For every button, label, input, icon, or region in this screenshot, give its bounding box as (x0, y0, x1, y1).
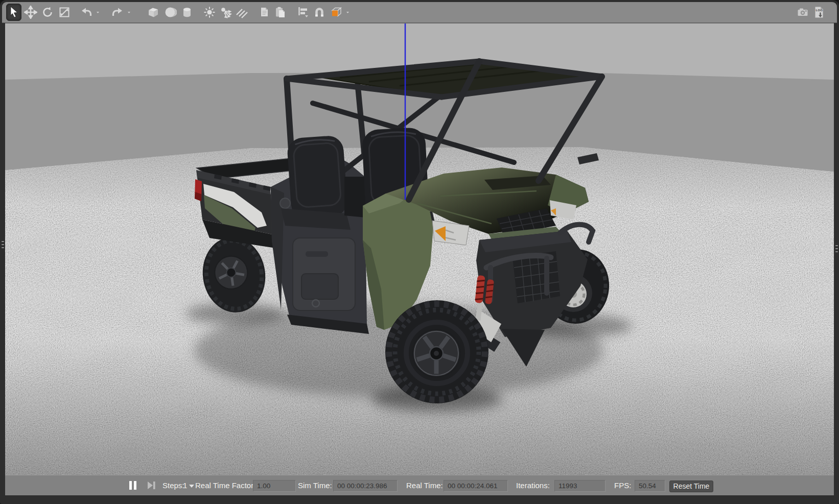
copy-button[interactable] (257, 4, 272, 21)
view-angle-dropdown[interactable] (344, 4, 352, 21)
left-splitter-handle[interactable] (1, 236, 5, 253)
translate-arrows-icon (24, 6, 37, 19)
fps-field[interactable]: 50.54 (635, 480, 665, 492)
caret-down-icon (344, 6, 351, 19)
rotate-circular-arrow-icon (41, 6, 54, 19)
scale-tool-button[interactable] (57, 4, 72, 21)
arrow-cursor-icon (7, 6, 20, 19)
snap-button[interactable] (312, 4, 327, 21)
rtf-label: Real Time Factor: (195, 481, 255, 490)
scale-diagonal-arrows-icon (58, 6, 71, 19)
steps-value[interactable]: 1 (183, 481, 187, 490)
data-logger-button[interactable]: LOG (811, 4, 827, 21)
point-light-sun-icon (203, 6, 216, 19)
scene-render (5, 23, 834, 475)
undo-arrow-icon (80, 6, 93, 19)
sphere-icon (164, 6, 177, 19)
sim-time-field[interactable]: 00 00:00:23.986 (333, 480, 398, 492)
sim-time-label: Sim Time: (298, 481, 332, 490)
redo-arrow-icon (111, 6, 124, 19)
insert-point-light-button[interactable] (202, 4, 217, 21)
undo-history-dropdown[interactable] (94, 4, 102, 21)
magnet-icon (313, 6, 326, 19)
iterations-field[interactable]: 11993 (554, 480, 605, 492)
insert-directional-light-button[interactable] (234, 4, 249, 21)
undo-button[interactable] (79, 4, 94, 21)
toolbar: LOG (2, 2, 837, 23)
insert-cylinder-button[interactable] (179, 4, 195, 21)
fps-label: FPS: (614, 481, 631, 490)
right-splitter-handle[interactable] (834, 240, 838, 257)
redo-history-dropdown[interactable] (125, 4, 133, 21)
rtf-value-field[interactable]: 1.00 (253, 480, 296, 492)
gazebo-window: LOG (0, 0, 839, 504)
status-bar: Steps: 1 Real Time Factor: 1.00 Sim Time… (5, 475, 834, 495)
redo-button[interactable] (110, 4, 125, 21)
paste-clipboard-icon (273, 6, 287, 19)
align-flag-icon (296, 6, 310, 19)
steps-label: Steps: (162, 481, 184, 490)
select-tool-button[interactable] (6, 4, 21, 21)
directional-light-lines-icon (235, 6, 248, 19)
insert-box-button[interactable] (146, 4, 161, 21)
viewport-3d[interactable] (5, 23, 834, 475)
cylinder-icon (180, 6, 194, 19)
log-file-icon: LOG (812, 6, 826, 19)
caret-down-icon (126, 6, 132, 19)
pause-button[interactable] (129, 481, 138, 490)
insert-spot-light-button[interactable] (218, 4, 234, 21)
align-button[interactable] (295, 4, 311, 21)
step-button[interactable] (146, 481, 156, 490)
svg-text:LOG: LOG (816, 8, 823, 12)
step-forward-icon (146, 481, 156, 490)
reset-time-button[interactable]: Reset Time (669, 481, 713, 492)
screenshot-button[interactable] (795, 4, 810, 21)
real-time-field[interactable]: 00 00:00:24.061 (444, 480, 508, 492)
rotate-tool-button[interactable] (40, 4, 55, 21)
iterations-label: Iterations: (516, 481, 550, 490)
paste-button[interactable] (272, 4, 288, 21)
copy-document-icon (258, 6, 271, 19)
pause-icon (129, 481, 132, 490)
wheel-front-left (385, 300, 488, 403)
insert-sphere-button[interactable] (162, 4, 178, 21)
spot-light-rays-icon (219, 6, 232, 19)
steps-dropdown[interactable] (189, 485, 194, 488)
view-angle-button[interactable] (329, 4, 344, 21)
real-time-label: Real Time: (406, 481, 443, 490)
orange-cube-icon (330, 6, 343, 19)
cube-icon (147, 6, 160, 19)
caret-down-icon (95, 6, 101, 19)
translate-tool-button[interactable] (23, 4, 38, 21)
camera-icon (796, 6, 809, 19)
